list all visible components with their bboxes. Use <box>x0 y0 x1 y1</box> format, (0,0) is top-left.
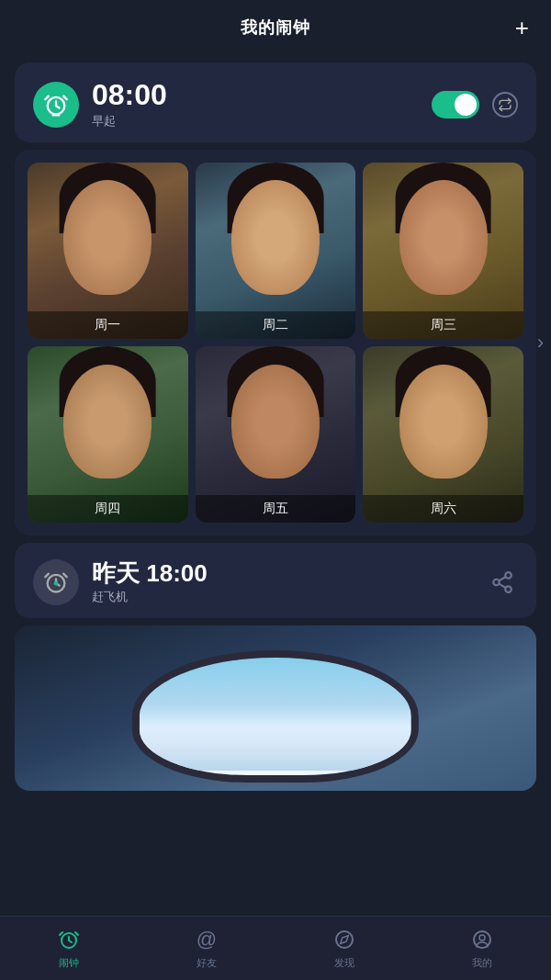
svg-point-5 <box>505 587 512 593</box>
alarm-top-row-2: 昨天 18:00 赶飞机 <box>33 559 518 605</box>
svg-point-11 <box>479 935 485 941</box>
alarm-top-row: 08:00 早起 <box>33 79 518 130</box>
weekday-label-6: 周六 <box>363 495 523 523</box>
alarm-right <box>432 91 518 118</box>
alarm-info-2: 昨天 18:00 赶飞机 <box>92 560 208 605</box>
weekday-label-4: 周四 <box>28 495 188 523</box>
nav-alarm-icon <box>56 927 82 952</box>
alarm-label-1: 早起 <box>92 113 167 130</box>
repeat-svg <box>498 97 512 112</box>
weekday-cell-2[interactable]: 周二 <box>196 163 356 339</box>
svg-point-4 <box>493 580 500 586</box>
bottom-nav: 闹钟 @ 好友 发现 我的 <box>0 916 551 980</box>
repeat-icon[interactable] <box>492 92 518 118</box>
weekday-cell-6[interactable]: 周六 <box>363 346 523 523</box>
alarm-card-2: 昨天 18:00 赶飞机 <box>15 543 536 618</box>
header: 我的闹钟 + <box>0 0 551 55</box>
weekday-cell-3[interactable]: 周三 <box>363 163 523 339</box>
alarm-clock-icon <box>43 92 69 118</box>
weekday-label-5: 周五 <box>196 495 356 523</box>
nav-item-alarm[interactable]: 闹钟 <box>41 927 96 970</box>
alarm-left-2: 昨天 18:00 赶飞机 <box>33 559 208 605</box>
alarm-icon-2 <box>33 559 79 605</box>
nav-item-friends[interactable]: @ 好友 <box>179 927 234 970</box>
alarm-time-1: 08:00 <box>92 79 167 111</box>
nav-spacer <box>0 798 551 872</box>
weekday-label-3: 周三 <box>363 311 523 339</box>
nav-item-profile[interactable]: 我的 <box>455 927 510 970</box>
svg-point-9 <box>336 931 353 948</box>
svg-point-3 <box>505 573 512 580</box>
weekday-label-2: 周二 <box>196 311 356 339</box>
face-4 <box>63 365 152 479</box>
face-6 <box>399 365 488 479</box>
alarm-toggle-1[interactable] <box>432 91 479 118</box>
page-title: 我的闹钟 <box>241 17 310 39</box>
svg-point-2 <box>54 581 59 586</box>
photo-grid: 周一 周二 周三 周四 周五 周六 <box>28 163 523 523</box>
airplane-image-card <box>15 625 536 791</box>
face-5 <box>231 365 320 479</box>
nav-discover-icon <box>332 927 357 952</box>
nav-profile-label: 我的 <box>472 956 492 970</box>
photo-grid-section: 周一 周二 周三 周四 周五 周六 › <box>15 150 536 535</box>
alarm-clock-icon-2 <box>43 569 69 595</box>
nav-profile-icon <box>469 927 495 952</box>
nav-friends-label: 好友 <box>197 956 217 970</box>
weekday-cell-5[interactable]: 周五 <box>196 346 356 523</box>
nav-discover-label: 发现 <box>334 956 354 970</box>
share-icon-svg <box>490 570 514 594</box>
alarm-icon-1 <box>33 82 79 128</box>
svg-line-7 <box>499 577 505 580</box>
nav-item-discover[interactable]: 发现 <box>317 927 372 970</box>
weekday-cell-1[interactable]: 周一 <box>28 163 188 339</box>
nav-alarm-label: 闹钟 <box>59 956 79 970</box>
alarm-label-2: 赶飞机 <box>92 589 208 605</box>
weekday-label-1: 周一 <box>28 311 188 339</box>
face-1 <box>63 180 152 295</box>
alarm-left: 08:00 早起 <box>33 79 167 130</box>
alarm-card-1: 08:00 早起 <box>15 62 536 142</box>
alarm-time-2: 昨天 18:00 <box>92 560 208 587</box>
nav-friends-icon: @ <box>194 927 219 952</box>
weekday-cell-4[interactable]: 周四 <box>28 346 188 523</box>
alarm-info-1: 08:00 早起 <box>92 79 167 130</box>
share-button[interactable] <box>487 567 518 598</box>
face-3 <box>399 180 488 295</box>
chevron-right-icon[interactable]: › <box>537 331 544 355</box>
cloud-layer <box>140 724 411 771</box>
airplane-window <box>132 650 419 783</box>
face-2 <box>231 180 320 295</box>
add-button[interactable]: + <box>515 16 529 39</box>
svg-line-6 <box>499 584 505 588</box>
